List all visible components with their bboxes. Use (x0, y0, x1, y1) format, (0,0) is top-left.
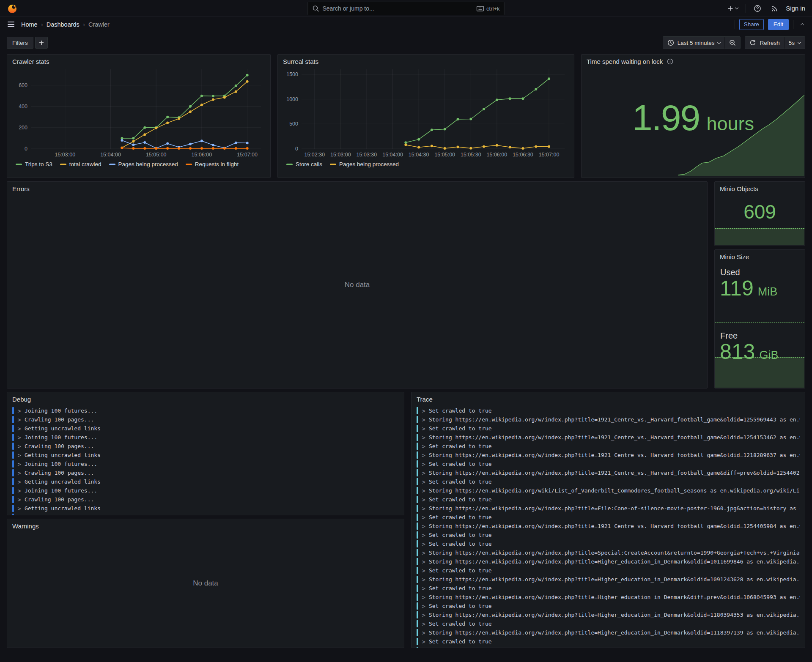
info-icon[interactable] (667, 58, 673, 65)
panel-title[interactable]: Time spend waiting on lock (587, 58, 800, 65)
panel-title[interactable]: Debug (12, 396, 399, 403)
legend-item[interactable]: Pages being processed (109, 161, 178, 167)
expand-chevron-icon[interactable]: > (422, 629, 425, 636)
expand-chevron-icon[interactable]: > (422, 532, 425, 539)
log-line[interactable]: >Set crawled to true (417, 442, 800, 451)
log-line[interactable]: >Set crawled to true (417, 495, 800, 504)
expand-chevron-icon[interactable]: > (422, 621, 425, 627)
expand-chevron-icon[interactable]: > (18, 505, 21, 512)
expand-chevron-icon[interactable]: > (18, 487, 21, 494)
log-line[interactable]: >Storing https://en.wikipedia.org/w/inde… (417, 451, 800, 460)
expand-chevron-icon[interactable]: > (422, 461, 425, 468)
log-line[interactable]: >Getting uncrawled links (12, 504, 399, 513)
expand-chevron-icon[interactable]: > (422, 487, 425, 494)
expand-chevron-icon[interactable]: > (18, 408, 21, 414)
panel-title[interactable]: Minio Size (720, 253, 800, 260)
log-line[interactable]: >Set crawled to true (417, 531, 800, 539)
panel-title[interactable]: Errors (12, 185, 702, 192)
log-line[interactable]: >Set crawled to true (417, 477, 800, 486)
log-line[interactable]: >Storing https://en.wikipedia.org/wiki/L… (417, 486, 800, 495)
log-line[interactable]: >Getting uncrawled links (12, 451, 399, 460)
expand-chevron-icon[interactable]: > (422, 612, 425, 618)
log-line[interactable]: >Storing https://en.wikipedia.org/w/inde… (417, 468, 800, 477)
expand-chevron-icon[interactable]: > (18, 461, 21, 468)
expand-chevron-icon[interactable]: > (18, 514, 21, 516)
expand-chevron-icon[interactable]: > (422, 408, 425, 414)
new-button[interactable] (725, 3, 740, 14)
expand-chevron-icon[interactable]: > (422, 576, 425, 583)
log-line[interactable]: >Crawling 100 pages... (12, 442, 399, 451)
log-line[interactable]: >Set crawled to true (417, 513, 800, 522)
log-line[interactable]: >Set crawled to true (417, 424, 800, 433)
expand-chevron-icon[interactable]: > (422, 514, 425, 521)
log-line[interactable]: >Crawling 100 pages... (12, 468, 399, 477)
crawler-stats-chart[interactable]: 15:03:0015:04:0015:05:0015:06:0015:07:00… (12, 65, 265, 159)
log-line[interactable]: >Storing https://en.wikipedia.org/w/inde… (417, 628, 800, 637)
grafana-logo[interactable] (7, 3, 18, 14)
expand-chevron-icon[interactable]: > (422, 585, 425, 592)
search-input[interactable] (323, 5, 473, 12)
expand-chevron-icon[interactable]: > (422, 496, 425, 503)
expand-chevron-icon[interactable]: > (422, 416, 425, 423)
log-line[interactable]: >Storing https://en.wikipedia.org/w/inde… (417, 646, 800, 648)
log-line[interactable]: >Storing https://en.wikipedia.org/w/inde… (417, 548, 800, 557)
expand-chevron-icon[interactable]: > (422, 452, 425, 459)
panel-title[interactable]: Trace (417, 396, 800, 403)
expand-chevron-icon[interactable]: > (422, 550, 425, 556)
expand-chevron-icon[interactable]: > (422, 505, 425, 512)
expand-chevron-icon[interactable]: > (422, 523, 425, 530)
add-filter-button[interactable] (35, 37, 48, 49)
panel-title[interactable]: Crawler stats (12, 58, 265, 65)
log-line[interactable]: >Set crawled to true (417, 584, 800, 593)
help-button[interactable] (752, 3, 763, 14)
panel-title[interactable]: Minio Objects (720, 185, 800, 192)
expand-chevron-icon[interactable]: > (422, 425, 425, 432)
expand-chevron-icon[interactable]: > (422, 470, 425, 476)
log-line[interactable]: >Set crawled to true (417, 460, 800, 468)
log-line[interactable]: >Getting uncrawled links (12, 477, 399, 486)
log-line[interactable]: >Set crawled to true (417, 602, 800, 610)
log-line[interactable]: >Set crawled to true (417, 406, 800, 415)
expand-chevron-icon[interactable]: > (422, 443, 425, 450)
expand-chevron-icon[interactable]: > (18, 470, 21, 476)
log-line[interactable]: >Joining 100 futures... (12, 433, 399, 442)
filters-pill[interactable]: Filters (7, 37, 33, 49)
log-line[interactable]: >Crawling 100 pages... (12, 415, 399, 424)
breadcrumb-home[interactable]: Home (21, 21, 38, 28)
share-button[interactable]: Share (739, 19, 764, 30)
log-line[interactable]: >Storing https://en.wikipedia.org/w/inde… (417, 433, 800, 442)
refresh-button[interactable]: Refresh (745, 37, 784, 49)
expand-chevron-icon[interactable]: > (422, 567, 425, 574)
surreal-stats-chart[interactable]: 15:02:3015:03:0015:03:3015:04:0015:04:30… (283, 65, 569, 159)
expand-chevron-icon[interactable]: > (18, 443, 21, 450)
log-line[interactable]: >Joining 100 futures... (12, 486, 399, 495)
expand-chevron-icon[interactable]: > (422, 558, 425, 565)
log-line[interactable]: >Set crawled to true (417, 619, 800, 628)
news-button[interactable] (769, 3, 780, 14)
log-line[interactable]: >Crawling 100 pages... (12, 495, 399, 504)
log-line[interactable]: >Set crawled to true (417, 566, 800, 575)
log-line[interactable]: >Storing https://en.wikipedia.org/w/inde… (417, 575, 800, 584)
breadcrumb-dashboards[interactable]: Dashboards (47, 21, 80, 28)
collapse-toolbar-button[interactable] (798, 19, 807, 29)
legend-item[interactable]: Trips to S3 (16, 161, 52, 167)
zoom-out-button[interactable] (724, 37, 740, 49)
edit-button[interactable]: Edit (768, 19, 789, 30)
legend-item[interactable]: total crawled (60, 161, 102, 167)
expand-chevron-icon[interactable]: > (422, 647, 425, 648)
expand-chevron-icon[interactable]: > (422, 479, 425, 485)
expand-chevron-icon[interactable]: > (18, 425, 21, 432)
expand-chevron-icon[interactable]: > (422, 603, 425, 610)
log-line[interactable]: >Set crawled to true (417, 637, 800, 646)
global-search[interactable]: ctrl+k (308, 2, 505, 15)
log-line[interactable]: >Storing https://en.wikipedia.org/w/inde… (417, 504, 800, 513)
refresh-interval-picker[interactable]: 5s (784, 37, 805, 49)
log-line[interactable]: >Storing https://en.wikipedia.org/w/inde… (417, 557, 800, 566)
legend-item[interactable]: Requests in flight (186, 161, 239, 167)
expand-chevron-icon[interactable]: > (18, 416, 21, 423)
log-line[interactable]: >Joining 100 futures... (12, 406, 399, 415)
log-line[interactable]: >Joining 100 futures... (12, 460, 399, 468)
panel-title[interactable]: Surreal stats (283, 58, 569, 65)
log-line[interactable]: >Storing https://en.wikipedia.org/w/inde… (417, 610, 800, 619)
expand-chevron-icon[interactable]: > (422, 541, 425, 547)
